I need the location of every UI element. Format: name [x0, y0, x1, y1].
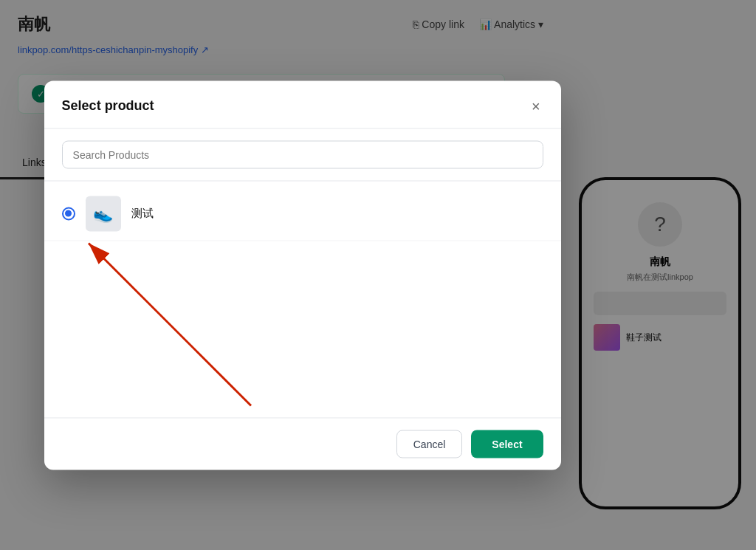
- modal-header: Select product ×: [44, 80, 561, 128]
- chevron-down-icon: ▾: [538, 18, 543, 30]
- phone-preview: ? 南帆 南帆在测试linkpop 鞋子测试: [579, 177, 741, 509]
- modal-title: Select product: [62, 98, 154, 114]
- analytics-button[interactable]: 📊 Analytics ▾: [479, 18, 543, 30]
- svg-line-1: [89, 243, 251, 405]
- phone-product-name: 鞋子测试: [626, 331, 662, 344]
- select-product-modal: Select product × 👟 测试 Cancel Select: [44, 80, 561, 470]
- brand-name: 南帆: [18, 13, 50, 35]
- phone-brand-name: 南帆: [650, 255, 670, 269]
- product-list: 👟 测试: [44, 181, 561, 417]
- phone-subtitle: 南帆在测试linkpop: [627, 272, 693, 283]
- select-button[interactable]: Select: [471, 430, 543, 458]
- modal-close-button[interactable]: ×: [529, 95, 543, 116]
- copy-link-button[interactable]: ⎘ Copy link: [413, 18, 464, 30]
- radio-selected-indicator: [65, 210, 72, 217]
- modal-footer: Cancel Select: [44, 417, 561, 470]
- copy-icon: ⎘: [413, 18, 419, 30]
- page-link[interactable]: linkpop.com/https-ceshichanpin-myshopify…: [18, 44, 209, 55]
- radio-button[interactable]: [62, 207, 75, 220]
- search-input[interactable]: [62, 140, 543, 168]
- phone-search-bar: [594, 292, 726, 315]
- product-thumbnail: 👟: [86, 196, 121, 231]
- external-link-icon: ↗: [201, 44, 209, 55]
- product-item[interactable]: 👟 测试: [44, 187, 561, 241]
- phone-avatar: ?: [638, 202, 682, 247]
- phone-product-row: 鞋子测试: [594, 324, 726, 351]
- cancel-button[interactable]: Cancel: [396, 430, 463, 458]
- analytics-icon: 📊: [479, 18, 492, 30]
- modal-search-area: [44, 128, 561, 181]
- product-name: 测试: [131, 207, 154, 221]
- phone-product-image: [594, 324, 620, 351]
